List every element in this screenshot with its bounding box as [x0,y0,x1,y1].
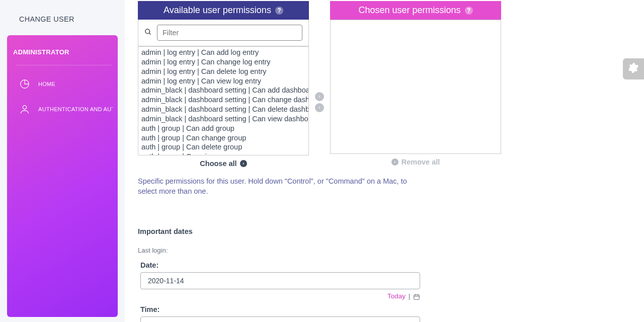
permission-option[interactable]: admin_black | dashboard setting | Can ch… [141,95,305,105]
time-field-label: Time: [140,305,631,313]
settings-drawer-toggle[interactable] [623,58,644,79]
sidebar-item-label: AUTHENTICATION AND AUTHORIZATION [38,106,113,112]
move-right-button[interactable]: › [315,92,324,101]
sidebar-nav: ADMINISTRATOR HOME AUTHENTICATION AND AU… [7,35,118,317]
calendar-picker-button[interactable] [413,292,420,300]
help-icon[interactable]: ? [465,7,473,15]
pie-chart-icon [19,78,30,90]
remove-all-link: ‹ Remove all [330,154,501,166]
permission-option[interactable]: admin_black | dashboard setting | Can ad… [141,86,305,95]
choose-all-label: Choose all [200,159,236,168]
search-icon [144,28,152,37]
chevron-right-icon: › [240,160,247,167]
filter-input[interactable] [157,25,302,41]
important-dates-heading: Important dates [138,227,631,235]
svg-line-3 [149,33,150,34]
sidebar-item-home[interactable]: HOME [7,71,118,97]
time-input[interactable] [140,316,420,322]
available-permissions-panel: Available user permissions ? admin | log… [138,1,309,168]
gear-icon [628,62,639,75]
today-link[interactable]: Today [387,292,406,300]
permission-option[interactable]: admin | log entry | Can delete log entry [141,67,305,76]
chosen-permissions-panel: Chosen user permissions ? ‹ Remove all [330,1,501,166]
permission-option[interactable]: admin | log entry | Can view log entry [141,76,305,86]
permission-option[interactable]: admin | log entry | Can change log entry [141,57,305,67]
permission-option[interactable]: admin_black | dashboard setting | Can vi… [141,114,305,124]
remove-all-label: Remove all [401,158,440,166]
svg-point-1 [23,106,26,109]
permissions-help-text: Specific permissions for this user. Hold… [138,177,420,196]
date-input[interactable] [140,272,420,289]
svg-point-2 [145,29,150,34]
date-field-label: Date: [140,261,631,269]
available-header-text: Available user permissions [164,5,271,16]
sidebar-heading: ADMINISTRATOR [7,45,118,65]
move-left-button[interactable]: ‹ [315,103,324,112]
permission-option[interactable]: admin_black | dashboard setting | Can de… [141,105,305,114]
permission-option[interactable]: auth | group | Can add group [141,124,305,133]
sidebar-item-auth[interactable]: AUTHENTICATION AND AUTHORIZATION [7,97,118,122]
chevron-left-icon: ‹ [391,158,398,166]
chosen-header-text: Chosen user permissions [358,5,460,16]
choose-all-link[interactable]: Choose all › [138,155,309,168]
available-permissions-list[interactable]: admin | log entry | Can add log entryadm… [138,46,309,155]
permission-option[interactable]: auth | group | Can delete group [141,142,305,152]
help-icon[interactable]: ? [275,7,283,15]
permission-option[interactable]: admin | log entry | Can add log entry [141,48,305,57]
sidebar-divider [16,65,112,65]
page-title: CHANGE USER [7,5,118,35]
sidebar-item-label: HOME [38,81,55,87]
permission-option[interactable]: auth | group | Can change group [141,133,305,143]
available-header: Available user permissions ? [138,1,309,20]
user-icon [19,104,30,115]
permission-option[interactable]: auth | group | Can view group [141,152,305,155]
last-login-label: Last login: [138,247,631,254]
separator: | [409,292,411,300]
chosen-permissions-list[interactable] [330,20,501,154]
chosen-header: Chosen user permissions ? [330,1,501,20]
svg-rect-4 [414,294,420,299]
